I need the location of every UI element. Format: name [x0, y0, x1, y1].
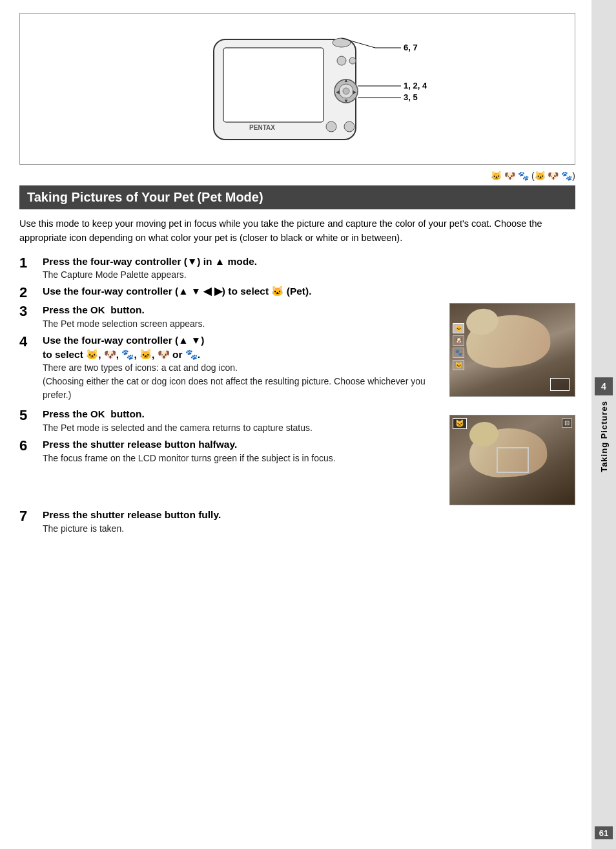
steps-5-6-row: 5 Press the OK button. The Pet mode is s…	[19, 407, 575, 505]
step-3-title: Press the OK button.	[43, 303, 440, 317]
step-4-desc-2: (Choosing either the cat or dog icon doe…	[43, 375, 440, 402]
svg-point-11	[343, 88, 349, 94]
pet-overlay-icon-tl: 🐱	[453, 418, 467, 429]
step-6-desc: The focus frame on the LCD monitor turns…	[43, 452, 440, 465]
tab-label: Taking Pictures	[599, 401, 609, 472]
svg-text:▼: ▼	[344, 98, 349, 104]
section-header: Taking Pictures of Your Pet (Pet Mode)	[19, 185, 575, 209]
step-4-desc-1: There are two types of icons: a cat and …	[43, 361, 440, 375]
step-1-title: Press the four-way controller (▼) in ▲ m…	[43, 255, 575, 269]
step-3-number: 3	[19, 303, 43, 319]
steps-container: 1 Press the four-way controller (▼) in ▲…	[19, 255, 575, 536]
step-2-title: Use the four-way controller (▲ ▼ ◀ ▶) to…	[43, 284, 575, 299]
step-7-desc: The picture is taken.	[43, 522, 575, 536]
step-4-number: 4	[19, 333, 43, 350]
pet-image-2-col: 🐱 ⊟	[449, 407, 575, 505]
step-5-content: Press the OK button. The Pet mode is sel…	[43, 407, 440, 435]
step-3: 3 Press the OK button. The Pet mode sele…	[19, 303, 440, 331]
pet-selection-icons: 🐱 🐶 🐾 🐱	[453, 323, 464, 370]
mode-icon-1: 🐱 🐶 🐾 (🐱 🐶 🐾)	[491, 171, 575, 181]
step-5-number: 5	[19, 407, 43, 423]
camera-image: PENTAX ▲ ▼ ◀ ▶	[162, 23, 433, 154]
step-1-content: Press the four-way controller (▼) in ▲ m…	[43, 255, 575, 282]
tab-number: 4	[595, 377, 613, 395]
step-4-content: Use the four-way controller (▲ ▼)to sele…	[43, 333, 440, 402]
pet-icon-4: 🐱	[453, 360, 464, 370]
right-sidebar-tab: 4 Taking Pictures 61	[591, 0, 616, 849]
step-2-number: 2	[19, 284, 43, 300]
svg-point-12	[326, 121, 336, 132]
step-6: 6 Press the shutter release button halfw…	[19, 437, 440, 465]
svg-text:3, 5: 3, 5	[404, 92, 418, 102]
steps-3-4-text: 3 Press the OK button. The Pet mode sele…	[19, 303, 440, 404]
pet-icon-3: 🐾	[453, 348, 464, 358]
svg-text:1, 2, 4: 1, 2, 4	[404, 81, 427, 90]
step-1-desc: The Capture Mode Palette appears.	[43, 268, 575, 282]
svg-text:▲: ▲	[344, 78, 349, 83]
section-title-text: Taking Pictures of Your Pet (Pet Mode)	[27, 190, 263, 204]
camera-svg: PENTAX ▲ ▼ ◀ ▶	[162, 23, 433, 152]
focus-frame	[497, 447, 529, 473]
steps-5-6-text: 5 Press the OK button. The Pet mode is s…	[19, 407, 440, 505]
svg-point-14	[333, 38, 351, 47]
svg-point-3	[337, 56, 346, 65]
step-5-title: Press the OK button.	[43, 407, 440, 421]
svg-text:▶: ▶	[353, 89, 357, 95]
step-7-title: Press the shutter release button fully.	[43, 508, 575, 522]
page-number: 61	[595, 826, 613, 839]
step-3-content: Press the OK button. The Pet mode select…	[43, 303, 440, 331]
step-6-number: 6	[19, 437, 43, 454]
step-6-content: Press the shutter release button halfway…	[43, 437, 440, 465]
step-7-number: 7	[19, 508, 43, 524]
step-4-title: Use the four-way controller (▲ ▼)to sele…	[43, 333, 440, 361]
step-2-content: Use the four-way controller (▲ ▼ ◀ ▶) to…	[43, 284, 575, 299]
svg-point-13	[344, 121, 354, 132]
svg-point-4	[349, 58, 356, 64]
step-7: 7 Press the shutter release button fully…	[19, 508, 575, 536]
pet-image-1: 🐱 🐶 🐾 🐱	[449, 303, 575, 397]
pet-icon-1: 🐱	[453, 323, 464, 333]
step-1: 1 Press the four-way controller (▼) in ▲…	[19, 255, 575, 282]
step-5-desc: The Pet mode is selected and the camera …	[43, 421, 440, 435]
pet-icon-2: 🐶	[453, 335, 464, 346]
step-7-content: Press the shutter release button fully. …	[43, 508, 575, 536]
pet-image-2: 🐱 ⊟	[449, 415, 575, 505]
svg-text:◀: ◀	[336, 89, 340, 95]
main-content: PENTAX ▲ ▼ ◀ ▶	[0, 0, 591, 849]
intro-paragraph: Use this mode to keep your moving pet in…	[19, 217, 575, 246]
pet-rect	[550, 378, 570, 391]
step-3-desc: The Pet mode selection screen appears.	[43, 317, 440, 331]
pet-img-1-bg: 🐱 🐶 🐾 🐱	[450, 304, 575, 396]
steps-3-4-row: 3 Press the OK button. The Pet mode sele…	[19, 303, 575, 404]
pet-image-1-col: 🐱 🐶 🐾 🐱	[449, 303, 575, 404]
svg-rect-1	[223, 48, 323, 122]
svg-text:PENTAX: PENTAX	[249, 124, 275, 131]
camera-diagram: PENTAX ▲ ▼ ◀ ▶	[19, 13, 575, 165]
svg-text:6, 7: 6, 7	[404, 43, 418, 52]
step-4: 4 Use the four-way controller (▲ ▼)to se…	[19, 333, 440, 402]
step-5: 5 Press the OK button. The Pet mode is s…	[19, 407, 440, 435]
mode-icons-line: 🐱 🐶 🐾 (🐱 🐶 🐾)	[19, 170, 575, 182]
step-6-title: Press the shutter release button halfway…	[43, 437, 440, 452]
step-2: 2 Use the four-way controller (▲ ▼ ◀ ▶) …	[19, 284, 575, 300]
pet-img-2-bg: 🐱 ⊟	[450, 415, 575, 505]
step-1-number: 1	[19, 255, 43, 271]
pet-overlay-icon-tr: ⊟	[562, 418, 572, 428]
